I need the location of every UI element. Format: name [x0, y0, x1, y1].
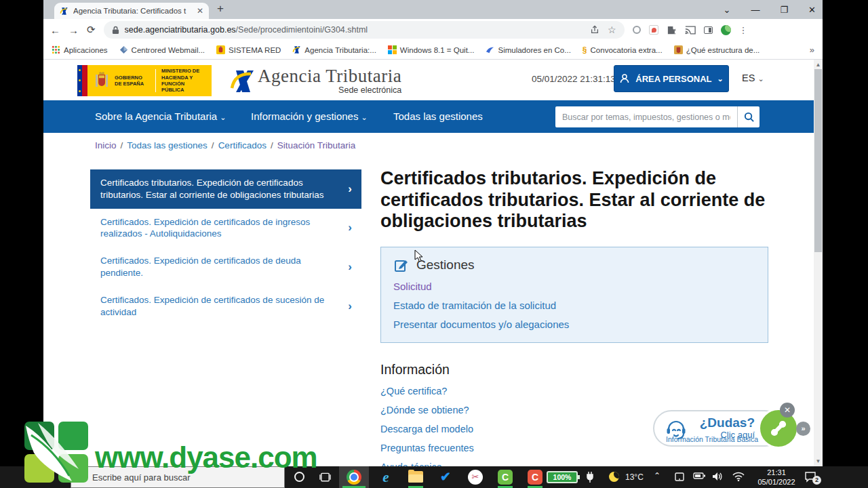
agencia-tributaria-favicon-icon	[60, 7, 68, 16]
notification-badge: 2	[812, 476, 821, 485]
mouse-cursor	[414, 249, 424, 263]
bookmark-apps[interactable]: Aplicaciones	[52, 45, 108, 54]
window-close-button[interactable]: ✕	[808, 5, 816, 15]
address-bar[interactable]: sede.agenciatributaria.gob.es/Sede/proce…	[104, 21, 625, 39]
bookmark-sistema-red[interactable]: SISTEMA RED	[216, 45, 281, 54]
browser-toolbar: ← → ⟳ sede.agenciatributaria.gob.es/Sede…	[43, 19, 823, 41]
breadcrumb: Inicio/Todas las gestiones/Certificados/…	[95, 140, 355, 150]
bookmark-agencia-tributaria[interactable]: Agencia Tributaria:...	[292, 45, 376, 54]
spain-crest-icon	[216, 45, 225, 54]
sidebar-item-certificados-tributarios[interactable]: Certificados tributarios. Expedición de …	[90, 169, 361, 209]
task-view-icon[interactable]	[319, 472, 331, 483]
main-navigation: Sobre la Agencia Tributaria ⌄ Informació…	[43, 100, 814, 133]
header-datetime: 05/01/2022 21:31:13	[532, 74, 616, 84]
breadcrumb-situacion-tributaria[interactable]: Situación Tributaria	[277, 140, 356, 150]
cast-icon[interactable]	[685, 26, 696, 35]
reload-button[interactable]: ⟳	[87, 24, 96, 36]
tab-close-icon[interactable]: ✕	[197, 6, 203, 16]
back-button[interactable]: ←	[50, 24, 60, 36]
lock-icon	[112, 26, 119, 35]
bookmark-windows[interactable]: Windows 8.1 = Quit...	[388, 45, 475, 54]
share-icon[interactable]	[590, 25, 599, 35]
browser-tab[interactable]: Agencia Tributaria: Certificados t ✕	[54, 3, 209, 19]
taskbar-clock[interactable]: 21:31 05/01/2022	[754, 468, 799, 487]
taskbar-camtasia-icon[interactable]: C	[498, 470, 513, 485]
breadcrumb-certificados[interactable]: Certificados	[218, 140, 267, 150]
speaker-icon[interactable]	[712, 472, 723, 481]
extension-circle-icon[interactable]	[633, 26, 641, 34]
page-scrollbar[interactable]: ▲ ▼	[814, 60, 823, 466]
dudas-expand-icon[interactable]: »	[796, 422, 810, 436]
bookmark-star-icon[interactable]: ☆	[608, 24, 616, 35]
url-text: sede.agenciatributaria.gob.es/Sede/proce…	[125, 25, 368, 35]
chevron-down-icon: ⌄	[361, 113, 368, 121]
bookmark-estructura[interactable]: ¿Qué estructura de...	[674, 45, 760, 54]
taskbar-recorder-icon[interactable]: C	[528, 470, 542, 485]
nav-sobre-agencia[interactable]: Sobre la Agencia Tributaria ⌄	[95, 110, 226, 122]
chevron-down-icon: ⌄	[717, 75, 723, 83]
wifi-icon[interactable]	[732, 472, 745, 481]
time-label: 21:31	[754, 468, 799, 478]
language-selector[interactable]: ES ⌄	[742, 73, 764, 83]
scroll-up-icon[interactable]: ▲	[814, 60, 823, 69]
chevron-right-icon: ›	[348, 260, 352, 274]
extensions-puzzle-icon[interactable]	[667, 25, 677, 35]
link-presentar-documentos[interactable]: Presentar documentos y/o alegaciones	[393, 319, 755, 330]
tray-chevron-up-icon[interactable]: ⌃	[654, 471, 660, 481]
bookmark-centrored[interactable]: Centrored Webmail...	[119, 45, 205, 54]
weather-moon-icon[interactable]	[609, 472, 619, 482]
watermark-text: www.dyase.com	[95, 441, 317, 474]
flag-red-strip	[82, 65, 87, 96]
pdf-extension-icon[interactable]	[649, 25, 658, 35]
side-panel-icon[interactable]	[704, 26, 713, 34]
forward-button[interactable]: →	[68, 24, 79, 36]
section-glyph-icon: §	[583, 45, 587, 55]
site-search-button[interactable]	[737, 106, 760, 127]
window-profile-chevron-icon[interactable]: ⌄	[724, 5, 731, 15]
breadcrumb-todas-gestiones[interactable]: Todas las gestiones	[127, 140, 208, 150]
new-tab-button[interactable]: +	[217, 2, 224, 16]
bookmark-simuladores[interactable]: Simuladores en Co...	[486, 45, 570, 54]
eu-flag-strip-icon	[77, 65, 82, 96]
link-estado-tramitacion[interactable]: Estado de tramitación de la solicitud	[393, 300, 755, 311]
nav-todas-gestiones[interactable]: Todas las gestiones	[393, 110, 483, 122]
breadcrumb-inicio[interactable]: Inicio	[95, 140, 117, 150]
sidebar-item-deuda-pendiente[interactable]: Certificados. Expedición de certificados…	[90, 247, 361, 287]
scroll-down-icon[interactable]: ▼	[814, 457, 823, 466]
battery-level-widget[interactable]: 100%	[547, 471, 578, 483]
green-extension-icon[interactable]	[721, 25, 731, 35]
area-personal-button[interactable]: ÁREA PERSONAL ⌄	[614, 65, 729, 92]
site-brand[interactable]: Agencia Tributaria	[258, 66, 401, 87]
dyase-logo-icon	[24, 422, 90, 484]
sidebar-item-ingresos-realizados[interactable]: Certificados. Expedición de certificados…	[90, 209, 361, 248]
bookmarks-overflow-chevron[interactable]: »	[810, 45, 814, 55]
tablet-mode-icon[interactable]	[674, 472, 685, 482]
scrollbar-thumb[interactable]	[814, 69, 822, 252]
tray-battery-icon[interactable]	[693, 472, 705, 480]
tab-title: Agencia Tributaria: Certificados t	[73, 7, 192, 15]
link-ayuda-tecnica[interactable]: Ayuda técnica	[380, 462, 768, 466]
bookmark-convocatoria[interactable]: § Convocatoria extra...	[583, 45, 663, 55]
window-restore-button[interactable]: ❐	[780, 5, 788, 15]
site-brand-subtitle: Sede electrónica	[258, 85, 401, 95]
blue-swoosh-icon	[486, 45, 494, 54]
window-minimize-button[interactable]: —	[751, 5, 760, 15]
dudas-title: ¿Dudas?	[700, 415, 755, 430]
taskbar-tasks-app-icon[interactable]: ✔	[438, 470, 453, 485]
tab-strip: Agencia Tributaria: Certificados t ✕ + ⌄…	[43, 0, 823, 19]
temperature-label[interactable]: 13°C	[625, 472, 644, 482]
taskbar-snipping-tool-icon[interactable]: ✂	[468, 470, 483, 485]
taskbar-chrome-icon[interactable]	[347, 470, 361, 485]
webmail-icon	[119, 45, 128, 54]
taskbar-internet-explorer-icon[interactable]: e	[378, 470, 393, 485]
browser-menu-icon[interactable]: ⋮	[739, 25, 748, 35]
dudas-close-icon[interactable]: ✕	[780, 403, 795, 418]
page-title: Certificados tributarios. Expedición de …	[380, 168, 768, 232]
taskbar-file-explorer-icon[interactable]	[408, 470, 423, 485]
nav-informacion-gestiones[interactable]: Información y gestiones ⌄	[251, 110, 368, 122]
link-que-certifica[interactable]: ¿Qué certifica?	[380, 386, 768, 396]
agencia-tributaria-logo-icon[interactable]	[229, 68, 256, 95]
site-search-input[interactable]	[555, 106, 737, 127]
link-solicitud[interactable]: Solicitud	[393, 281, 755, 292]
sidebar-item-sucesion-actividad[interactable]: Certificados. Expedición de certificados…	[90, 287, 361, 326]
